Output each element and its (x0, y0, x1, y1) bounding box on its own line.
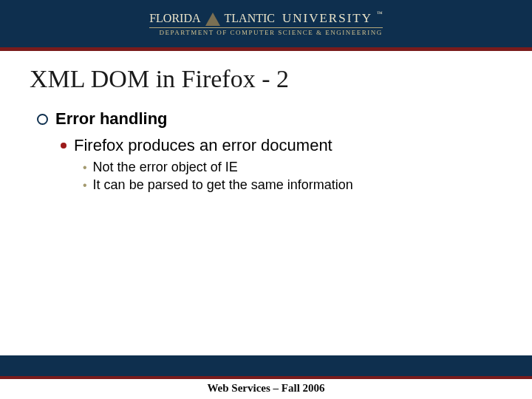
logo-separator (149, 27, 383, 28)
level2-text: Firefox produces an error document (74, 136, 332, 155)
slide-title: XML DOM in Firefox - 2 (30, 65, 289, 93)
level1-text: Error handling (55, 109, 168, 129)
slide-header: FLORIDA TLANTIC UNIVERSITY ™ DEPARTMENT … (0, 0, 532, 47)
dot-bullet-icon (61, 143, 66, 149)
list-item: Firefox produces an error document (61, 136, 502, 155)
ring-bullet-icon (37, 114, 48, 125)
footer-accent-bar (0, 376, 532, 379)
footer-text: Web Services – Fall 2006 (0, 382, 532, 395)
slide-body: Error handling Firefox produces an error… (37, 109, 502, 195)
logo-text-tlantic: TLANTIC (225, 13, 275, 24)
logo-text-university: UNIVERSITY (282, 12, 372, 24)
logo-text-florida: FLORIDA (149, 13, 200, 24)
department-line: DEPARTMENT OF COMPUTER SCIENCE & ENGINEE… (149, 30, 383, 36)
logo-line-1: FLORIDA TLANTIC UNIVERSITY ™ (149, 12, 383, 25)
list-item: Error handling (37, 109, 502, 129)
footer-band (0, 355, 532, 376)
header-accent-bar (0, 47, 532, 51)
level3-text: It can be parsed to get the same informa… (93, 177, 353, 193)
university-logo: FLORIDA TLANTIC UNIVERSITY ™ DEPARTMENT … (149, 12, 383, 36)
list-item: • It can be parsed to get the same infor… (83, 177, 502, 194)
square-bullet-icon: • (83, 177, 87, 194)
square-bullet-icon: • (83, 160, 87, 176)
level3-text: Not the error object of IE (93, 160, 238, 175)
letter-a-icon (205, 13, 220, 26)
trademark-icon: ™ (377, 11, 383, 17)
slide: FLORIDA TLANTIC UNIVERSITY ™ DEPARTMENT … (0, 0, 532, 399)
list-item: • Not the error object of IE (83, 160, 502, 176)
